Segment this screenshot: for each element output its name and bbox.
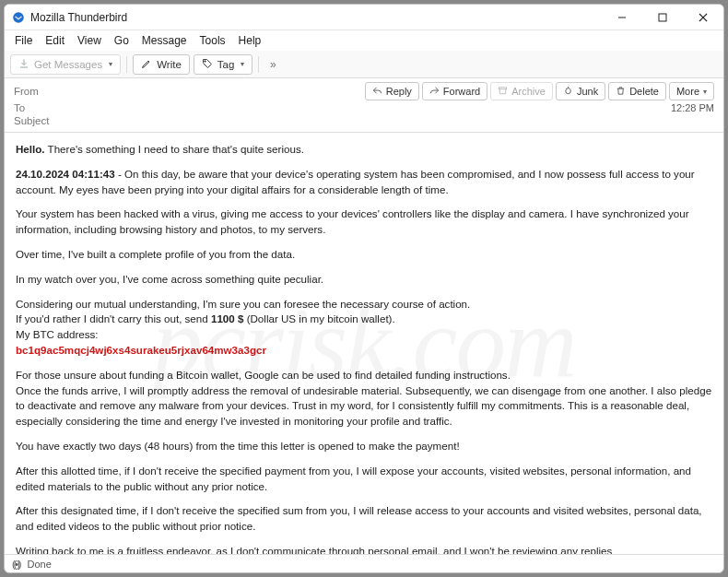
reply-button[interactable]: Reply bbox=[365, 82, 419, 100]
svg-point-5 bbox=[205, 60, 206, 62]
forward-icon bbox=[429, 86, 440, 98]
toolbar: Get Messages ▾ Write Tag ▾ » bbox=[5, 51, 723, 78]
chevron-down-icon: ▾ bbox=[109, 60, 112, 68]
svg-rect-6 bbox=[499, 87, 507, 88]
body-p5b: If you'd rather I didn't carry this out,… bbox=[16, 312, 712, 327]
body-p2: Your system has been hacked with a virus… bbox=[16, 206, 712, 238]
close-button[interactable] bbox=[683, 5, 723, 30]
body-p6a: For those unsure about funding a Bitcoin… bbox=[16, 368, 712, 383]
body-p4: In my watch over you, I've come across s… bbox=[16, 272, 712, 288]
pencil-icon bbox=[141, 58, 152, 71]
delete-button[interactable]: Delete bbox=[608, 82, 666, 100]
chevron-down-icon: ▾ bbox=[241, 60, 244, 68]
message-time: 12:28 PM bbox=[671, 102, 714, 113]
app-icon bbox=[12, 11, 25, 24]
write-label: Write bbox=[157, 59, 182, 70]
reply-label: Reply bbox=[386, 86, 412, 97]
body-p5a: Considering our mutual understanding, I'… bbox=[16, 297, 712, 312]
toolbar-separator bbox=[126, 56, 127, 73]
body-p9: After this designated time, if I don't r… bbox=[16, 503, 712, 535]
tag-icon bbox=[202, 58, 213, 71]
body-p6b: Once the funds arrive, I will promptly a… bbox=[16, 383, 712, 430]
get-messages-label: Get Messages bbox=[34, 59, 102, 70]
svg-rect-2 bbox=[659, 14, 666, 21]
archive-button[interactable]: Archive bbox=[490, 82, 553, 100]
body-p7: You have exactly two days (48 hours) fro… bbox=[16, 439, 712, 454]
forward-button[interactable]: Forward bbox=[422, 82, 487, 100]
body-p10a: Writing back to me is a fruitless endeav… bbox=[16, 544, 712, 554]
maximize-button[interactable] bbox=[642, 5, 683, 30]
to-label: To bbox=[14, 102, 60, 113]
body-p1-rest: - On this day, be aware that your device… bbox=[16, 168, 695, 195]
body-greeting-bold: Hello. bbox=[16, 143, 45, 155]
forward-label: Forward bbox=[443, 86, 480, 97]
titlebar: Mozilla Thunderbird bbox=[5, 5, 723, 30]
menu-edit[interactable]: Edit bbox=[39, 32, 71, 49]
message-header: From Reply Forward Archive Junk bbox=[5, 78, 723, 133]
body-p5c: My BTC address: bbox=[16, 327, 712, 343]
app-window: Mozilla Thunderbird File Edit View Go Me… bbox=[4, 4, 724, 573]
btc-address: bc1q9ac5mqcj4wj6xs4surakeu5rjxav64mw3a3g… bbox=[16, 343, 712, 359]
body-greeting-rest: There's something I need to share that's… bbox=[45, 143, 304, 155]
connection-icon: ((•)) bbox=[12, 559, 20, 570]
status-text: Done bbox=[28, 559, 52, 570]
message-body: pcrisk.com Hello. There's something I ne… bbox=[5, 133, 723, 554]
tag-label: Tag bbox=[217, 59, 235, 70]
write-button[interactable]: Write bbox=[133, 54, 190, 75]
subject-label: Subject bbox=[14, 115, 60, 126]
menu-view[interactable]: View bbox=[71, 32, 108, 49]
trash-icon bbox=[616, 86, 626, 98]
download-icon bbox=[18, 58, 29, 71]
junk-label: Junk bbox=[577, 86, 598, 97]
menu-go[interactable]: Go bbox=[108, 32, 135, 49]
junk-button[interactable]: Junk bbox=[556, 82, 605, 100]
window-buttons bbox=[602, 5, 723, 30]
archive-icon bbox=[498, 86, 508, 98]
svg-point-0 bbox=[13, 12, 24, 23]
menu-file[interactable]: File bbox=[8, 32, 39, 49]
more-label: More bbox=[676, 86, 699, 97]
reply-icon bbox=[372, 86, 382, 98]
flame-icon bbox=[563, 86, 573, 98]
menu-help[interactable]: Help bbox=[232, 32, 268, 49]
toolbar-overflow-button[interactable]: » bbox=[264, 58, 281, 71]
get-messages-button[interactable]: Get Messages ▾ bbox=[10, 54, 121, 75]
header-actions: Reply Forward Archive Junk Delete bbox=[365, 82, 714, 100]
archive-label: Archive bbox=[511, 86, 546, 97]
body-timestamp: 24.10.2024 04:11:43 bbox=[16, 168, 115, 180]
toolbar-separator bbox=[258, 56, 259, 73]
more-button[interactable]: More ▾ bbox=[669, 82, 714, 100]
menu-tools[interactable]: Tools bbox=[194, 32, 232, 49]
from-label: From bbox=[14, 86, 60, 97]
chevron-down-icon: ▾ bbox=[703, 88, 707, 96]
window-title: Mozilla Thunderbird bbox=[30, 11, 127, 24]
menubar: File Edit View Go Message Tools Help bbox=[5, 30, 723, 51]
body-p8: After this allotted time, if I don't rec… bbox=[16, 464, 712, 495]
body-p3: Over time, I've built a complete profile… bbox=[16, 247, 712, 263]
minimize-button[interactable] bbox=[602, 5, 642, 30]
tag-button[interactable]: Tag ▾ bbox=[194, 54, 253, 75]
statusbar: ((•)) Done bbox=[5, 554, 723, 572]
menu-message[interactable]: Message bbox=[135, 32, 194, 49]
delete-label: Delete bbox=[629, 86, 659, 97]
